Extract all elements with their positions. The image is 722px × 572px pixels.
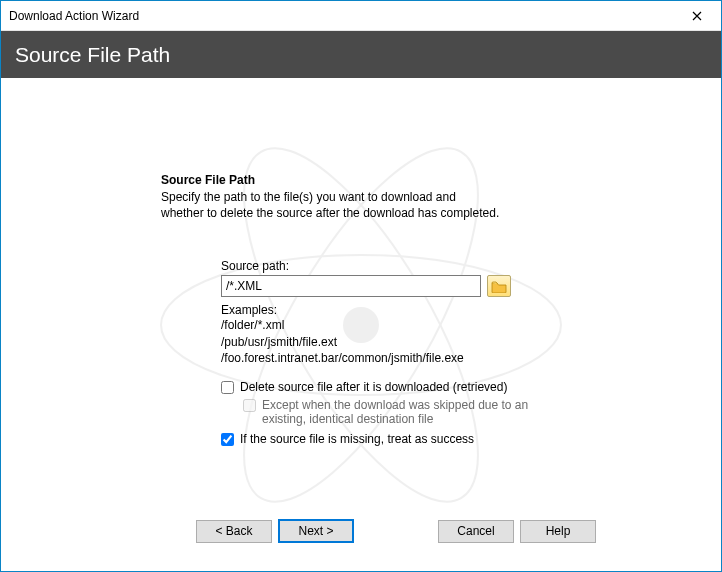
example-line: /folder/*.xml (221, 317, 641, 333)
source-path-input[interactable] (221, 275, 481, 297)
missing-success-row[interactable]: If the source file is missing, treat as … (221, 432, 641, 446)
section-description: Specify the path to the file(s) you want… (161, 189, 501, 221)
section-heading: Source File Path (161, 173, 641, 187)
wizard-body: Source File Path Specify the path to the… (1, 78, 721, 571)
source-path-label: Source path: (221, 259, 641, 273)
delete-source-checkbox[interactable] (221, 381, 234, 394)
browse-button[interactable] (487, 275, 511, 297)
except-checkbox (243, 399, 256, 412)
banner-title: Source File Path (15, 43, 170, 67)
help-button[interactable]: Help (520, 520, 596, 543)
example-line: /pub/usr/jsmith/file.ext (221, 334, 641, 350)
example-line: /foo.forest.intranet.bar/common/jsmith/f… (221, 350, 641, 366)
missing-success-label: If the source file is missing, treat as … (240, 432, 474, 446)
close-button[interactable] (674, 2, 719, 30)
content-area: Source File Path Specify the path to the… (161, 173, 641, 450)
folder-icon (491, 280, 507, 293)
examples-block: /folder/*.xml /pub/usr/jsmith/file.ext /… (221, 317, 641, 366)
delete-source-row[interactable]: Delete source file after it is downloade… (221, 380, 641, 394)
missing-success-checkbox[interactable] (221, 433, 234, 446)
button-row: < Back Next > Cancel Help (196, 519, 596, 543)
close-icon (692, 11, 702, 21)
window-title: Download Action Wizard (9, 9, 674, 23)
form-area: Source path: Examples: /folder/*.xml /pu… (221, 259, 641, 446)
wizard-window: Download Action Wizard Source File Path … (0, 0, 722, 572)
back-button[interactable]: < Back (196, 520, 272, 543)
titlebar: Download Action Wizard (1, 1, 721, 31)
next-button[interactable]: Next > (278, 519, 354, 543)
examples-label: Examples: (221, 303, 641, 317)
except-row: Except when the download was skipped due… (243, 398, 543, 426)
cancel-button[interactable]: Cancel (438, 520, 514, 543)
wizard-banner: Source File Path (1, 31, 721, 78)
source-path-row (221, 275, 641, 297)
except-label: Except when the download was skipped due… (262, 398, 543, 426)
delete-source-label: Delete source file after it is downloade… (240, 380, 507, 394)
